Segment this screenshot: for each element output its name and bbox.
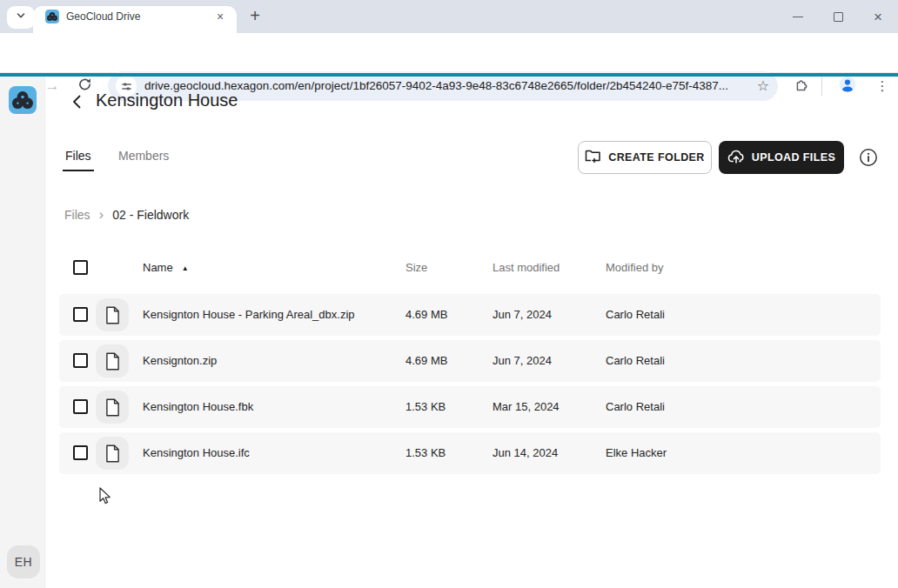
upload-files-label: UPLOAD FILES bbox=[752, 151, 835, 164]
cloud-upload-icon bbox=[727, 149, 745, 166]
browser-titlebar: GeoCloud Drive × + × bbox=[0, 0, 898, 33]
maximize-icon bbox=[834, 12, 843, 22]
file-size: 1.53 KB bbox=[405, 386, 446, 428]
file-last-modified: Mar 15, 2024 bbox=[493, 386, 560, 428]
close-icon: × bbox=[874, 10, 882, 24]
chevron-down-icon bbox=[15, 10, 27, 25]
sort-asc-icon: ▲ bbox=[182, 264, 189, 272]
file-icon bbox=[96, 344, 129, 378]
browser-window: GeoCloud Drive × + × ← → drive.geocloud.… bbox=[0, 0, 898, 588]
file-name[interactable]: Kensignton.zip bbox=[143, 340, 217, 382]
window-controls: × bbox=[778, 0, 898, 33]
folder-plus-icon bbox=[585, 149, 601, 166]
file-name[interactable]: Kensington House.fbk bbox=[143, 386, 253, 428]
file-modified-by: Carlo Retali bbox=[606, 340, 665, 382]
file-row[interactable]: Kensington House.ifc 1.53 KB Jun 14, 202… bbox=[59, 432, 881, 474]
file-last-modified: Jun 7, 2024 bbox=[493, 294, 552, 336]
file-size: 4.69 MB bbox=[405, 340, 447, 382]
geocloud-logo-icon[interactable] bbox=[9, 86, 37, 114]
file-icon bbox=[96, 437, 129, 470]
toolbar-divider bbox=[821, 77, 822, 96]
browser-profile-button[interactable] bbox=[836, 75, 859, 97]
file-modified-by: Carlo Retali bbox=[606, 386, 665, 428]
tab-members[interactable]: Members bbox=[118, 149, 169, 163]
mouse-cursor bbox=[99, 487, 113, 506]
window-minimize-button[interactable] bbox=[778, 0, 818, 33]
user-avatar[interactable]: EH bbox=[7, 545, 40, 578]
file-row[interactable]: Kensignton.zip 4.69 MB Jun 7, 2024 Carlo… bbox=[59, 340, 881, 382]
new-tab-button[interactable]: + bbox=[244, 5, 266, 28]
file-modified-by: Elke Hacker bbox=[606, 432, 667, 474]
file-row[interactable]: Kensington House.fbk 1.53 KB Mar 15, 202… bbox=[59, 386, 881, 428]
info-button[interactable] bbox=[858, 147, 879, 168]
tab-files[interactable]: Files bbox=[65, 149, 91, 163]
file-icon bbox=[96, 298, 129, 331]
app-sidebar: EH bbox=[0, 77, 45, 588]
active-tab-underline bbox=[63, 170, 94, 171]
browser-toolbar: ← → drive.geocloud.hexagon.com/en/projec… bbox=[0, 33, 898, 73]
breadcrumb-chevron-icon: › bbox=[99, 209, 104, 221]
breadcrumb-current-folder: 02 - Fieldwork bbox=[112, 208, 189, 222]
column-header-last-modified[interactable]: Last modified bbox=[493, 254, 560, 282]
back-button[interactable] bbox=[69, 93, 84, 110]
create-folder-label: CREATE FOLDER bbox=[608, 151, 705, 164]
file-size: 1.53 KB bbox=[405, 432, 446, 474]
breadcrumb: Files › 02 - Fieldwork bbox=[64, 207, 189, 223]
column-header-name[interactable]: Name▲ bbox=[143, 254, 189, 282]
file-last-modified: Jun 7, 2024 bbox=[493, 340, 552, 382]
row-checkbox[interactable] bbox=[73, 353, 88, 368]
row-checkbox[interactable] bbox=[73, 399, 88, 414]
browser-tab[interactable]: GeoCloud Drive × bbox=[33, 6, 237, 33]
puzzle-icon bbox=[794, 77, 808, 96]
file-icon bbox=[96, 391, 129, 424]
window-maximize-button[interactable] bbox=[818, 0, 858, 33]
file-name[interactable]: Kensington House.ifc bbox=[143, 432, 250, 474]
column-header-size[interactable]: Size bbox=[405, 254, 427, 282]
profile-person-icon bbox=[839, 76, 856, 97]
column-header-modified-by[interactable]: Modified by bbox=[606, 254, 663, 282]
page-accent-bar bbox=[0, 73, 898, 77]
browser-menu-button[interactable]: ⋮ bbox=[873, 75, 892, 97]
breadcrumb-files[interactable]: Files bbox=[64, 208, 90, 222]
minimize-icon bbox=[793, 17, 803, 17]
file-row[interactable]: Kensignton House - Parking Areal_dbx.zip… bbox=[59, 294, 881, 336]
file-last-modified: Jun 14, 2024 bbox=[493, 432, 558, 474]
window-close-button[interactable]: × bbox=[858, 0, 898, 33]
tab-title: GeoCloud Drive bbox=[66, 10, 140, 23]
geocloud-favicon-icon bbox=[45, 10, 59, 23]
select-all-checkbox[interactable] bbox=[73, 260, 88, 275]
tab-search-button[interactable] bbox=[7, 6, 35, 29]
upload-files-button[interactable]: UPLOAD FILES bbox=[719, 141, 844, 174]
file-name[interactable]: Kensignton House - Parking Areal_dbx.zip bbox=[143, 294, 355, 336]
row-checkbox[interactable] bbox=[73, 445, 88, 460]
file-size: 4.69 MB bbox=[405, 294, 447, 336]
file-modified-by: Carlo Retali bbox=[606, 294, 665, 336]
row-checkbox[interactable] bbox=[73, 307, 88, 322]
tab-close-icon[interactable]: × bbox=[212, 9, 228, 24]
create-folder-button[interactable]: CREATE FOLDER bbox=[578, 141, 712, 174]
page-title: Kensington House bbox=[96, 90, 238, 110]
extensions-button[interactable] bbox=[789, 75, 812, 97]
file-table-header: Name▲ Size Last modified Modified by bbox=[59, 254, 881, 282]
